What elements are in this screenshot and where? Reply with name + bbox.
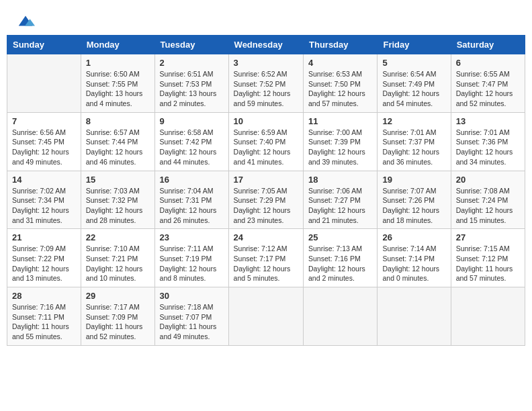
calendar-header-saturday: Saturday — [451, 36, 525, 54]
day-detail: Sunrise: 6:52 AMSunset: 7:52 PMDaylight:… — [234, 69, 298, 109]
day-number: 30 — [160, 291, 224, 301]
day-detail: Sunrise: 7:04 AMSunset: 7:31 PMDaylight:… — [160, 186, 224, 226]
day-detail: Sunrise: 7:14 AMSunset: 7:14 PMDaylight:… — [382, 244, 445, 283]
day-detail: Sunrise: 6:57 AMSunset: 7:44 PMDaylight:… — [86, 128, 150, 167]
calendar-cell: 11Sunrise: 7:00 AMSunset: 7:39 PMDayligh… — [304, 112, 378, 171]
day-number: 27 — [456, 232, 520, 242]
day-detail: Sunrise: 7:11 AMSunset: 7:19 PMDaylight:… — [160, 244, 224, 283]
day-number: 15 — [86, 175, 150, 185]
day-number: 22 — [86, 232, 150, 242]
day-detail: Sunrise: 7:01 AMSunset: 7:36 PMDaylight:… — [456, 128, 520, 167]
calendar-cell: 14Sunrise: 7:02 AMSunset: 7:34 PMDayligh… — [7, 171, 81, 229]
calendar-cell: 13Sunrise: 7:01 AMSunset: 7:36 PMDayligh… — [451, 112, 525, 171]
calendar-week-row: 14Sunrise: 7:02 AMSunset: 7:34 PMDayligh… — [7, 171, 525, 229]
day-detail: Sunrise: 7:02 AMSunset: 7:34 PMDaylight:… — [12, 186, 76, 226]
day-detail: Sunrise: 7:13 AMSunset: 7:16 PMDaylight:… — [308, 244, 372, 283]
calendar-cell — [228, 287, 303, 346]
calendar-cell: 3Sunrise: 6:52 AMSunset: 7:52 PMDaylight… — [228, 54, 303, 113]
day-number: 16 — [160, 175, 224, 185]
day-number: 20 — [456, 175, 520, 185]
day-detail: Sunrise: 6:50 AMSunset: 7:55 PMDaylight:… — [86, 69, 150, 109]
day-number: 13 — [456, 116, 520, 126]
calendar-cell — [304, 287, 378, 346]
day-detail: Sunrise: 7:17 AMSunset: 7:09 PMDaylight:… — [86, 302, 150, 342]
day-detail: Sunrise: 7:07 AMSunset: 7:26 PMDaylight:… — [382, 186, 445, 226]
day-number: 12 — [382, 116, 445, 126]
calendar-cell: 6Sunrise: 6:55 AMSunset: 7:47 PMDaylight… — [451, 54, 525, 113]
day-number: 28 — [12, 291, 76, 301]
day-number: 1 — [86, 58, 150, 68]
calendar-cell: 4Sunrise: 6:53 AMSunset: 7:50 PMDaylight… — [304, 54, 378, 113]
calendar-cell: 12Sunrise: 7:01 AMSunset: 7:37 PMDayligh… — [378, 112, 451, 171]
day-number: 19 — [382, 175, 445, 185]
calendar-cell — [378, 287, 451, 346]
day-number: 2 — [160, 58, 224, 68]
calendar-cell: 2Sunrise: 6:51 AMSunset: 7:53 PMDaylight… — [154, 54, 228, 113]
calendar-body: 1Sunrise: 6:50 AMSunset: 7:55 PMDaylight… — [7, 54, 525, 346]
calendar-cell: 29Sunrise: 7:17 AMSunset: 7:09 PMDayligh… — [81, 287, 154, 346]
day-number: 23 — [160, 232, 224, 242]
day-number: 25 — [308, 232, 372, 242]
day-number: 17 — [234, 175, 298, 185]
calendar-cell: 21Sunrise: 7:09 AMSunset: 7:22 PMDayligh… — [7, 229, 81, 287]
day-number: 26 — [382, 232, 445, 242]
calendar-cell: 24Sunrise: 7:12 AMSunset: 7:17 PMDayligh… — [228, 229, 303, 287]
calendar-cell: 28Sunrise: 7:16 AMSunset: 7:11 PMDayligh… — [7, 287, 81, 346]
calendar-header-monday: Monday — [81, 36, 154, 54]
day-detail: Sunrise: 7:01 AMSunset: 7:37 PMDaylight:… — [382, 128, 445, 167]
day-detail: Sunrise: 7:10 AMSunset: 7:21 PMDaylight:… — [86, 244, 150, 283]
day-detail: Sunrise: 7:06 AMSunset: 7:27 PMDaylight:… — [308, 186, 372, 226]
day-number: 9 — [160, 116, 224, 126]
day-detail: Sunrise: 7:18 AMSunset: 7:07 PMDaylight:… — [160, 302, 224, 342]
day-number: 8 — [86, 116, 150, 126]
calendar-cell: 18Sunrise: 7:06 AMSunset: 7:27 PMDayligh… — [304, 171, 378, 229]
day-number: 18 — [308, 175, 372, 185]
calendar-cell: 15Sunrise: 7:03 AMSunset: 7:32 PMDayligh… — [81, 171, 154, 229]
calendar-cell: 10Sunrise: 6:59 AMSunset: 7:40 PMDayligh… — [228, 112, 303, 171]
calendar-cell: 9Sunrise: 6:58 AMSunset: 7:42 PMDaylight… — [154, 112, 228, 171]
day-detail: Sunrise: 7:08 AMSunset: 7:24 PMDaylight:… — [456, 186, 520, 226]
calendar-cell: 30Sunrise: 7:18 AMSunset: 7:07 PMDayligh… — [154, 287, 228, 346]
calendar-cell — [7, 54, 81, 113]
day-number: 7 — [12, 116, 76, 126]
day-detail: Sunrise: 6:56 AMSunset: 7:45 PMDaylight:… — [12, 128, 76, 167]
calendar-header-tuesday: Tuesday — [154, 36, 228, 54]
day-detail: Sunrise: 6:58 AMSunset: 7:42 PMDaylight:… — [160, 128, 224, 167]
calendar-cell: 23Sunrise: 7:11 AMSunset: 7:19 PMDayligh… — [154, 229, 228, 287]
day-detail: Sunrise: 6:53 AMSunset: 7:50 PMDaylight:… — [308, 69, 372, 109]
calendar-cell: 22Sunrise: 7:10 AMSunset: 7:21 PMDayligh… — [81, 229, 154, 287]
calendar-week-row: 28Sunrise: 7:16 AMSunset: 7:11 PMDayligh… — [7, 287, 525, 346]
day-detail: Sunrise: 6:55 AMSunset: 7:47 PMDaylight:… — [456, 69, 520, 109]
day-detail: Sunrise: 7:15 AMSunset: 7:12 PMDaylight:… — [456, 244, 520, 283]
calendar-header-wednesday: Wednesday — [228, 36, 303, 54]
logo — [13, 11, 35, 30]
logo-icon — [16, 11, 35, 30]
calendar-header-friday: Friday — [378, 36, 451, 54]
calendar-cell — [451, 287, 525, 346]
day-detail: Sunrise: 6:54 AMSunset: 7:49 PMDaylight:… — [382, 69, 445, 109]
day-number: 11 — [308, 116, 372, 126]
day-number: 6 — [456, 58, 520, 68]
calendar-cell: 8Sunrise: 6:57 AMSunset: 7:44 PMDaylight… — [81, 112, 154, 171]
day-detail: Sunrise: 6:51 AMSunset: 7:53 PMDaylight:… — [160, 69, 224, 109]
calendar-header-sunday: Sunday — [7, 36, 81, 54]
calendar-week-row: 21Sunrise: 7:09 AMSunset: 7:22 PMDayligh… — [7, 229, 525, 287]
calendar-header-thursday: Thursday — [304, 36, 378, 54]
day-number: 24 — [234, 232, 298, 242]
calendar-cell: 17Sunrise: 7:05 AMSunset: 7:29 PMDayligh… — [228, 171, 303, 229]
calendar-cell: 26Sunrise: 7:14 AMSunset: 7:14 PMDayligh… — [378, 229, 451, 287]
day-detail: Sunrise: 7:05 AMSunset: 7:29 PMDaylight:… — [234, 186, 298, 226]
calendar-week-row: 1Sunrise: 6:50 AMSunset: 7:55 PMDaylight… — [7, 54, 525, 113]
calendar-cell: 25Sunrise: 7:13 AMSunset: 7:16 PMDayligh… — [304, 229, 378, 287]
calendar-cell: 1Sunrise: 6:50 AMSunset: 7:55 PMDaylight… — [81, 54, 154, 113]
day-detail: Sunrise: 7:03 AMSunset: 7:32 PMDaylight:… — [86, 186, 150, 226]
page-header — [7, 7, 525, 30]
day-detail: Sunrise: 7:12 AMSunset: 7:17 PMDaylight:… — [234, 244, 298, 283]
calendar-cell: 16Sunrise: 7:04 AMSunset: 7:31 PMDayligh… — [154, 171, 228, 229]
calendar-cell: 7Sunrise: 6:56 AMSunset: 7:45 PMDaylight… — [7, 112, 81, 171]
day-number: 5 — [382, 58, 445, 68]
calendar-cell: 19Sunrise: 7:07 AMSunset: 7:26 PMDayligh… — [378, 171, 451, 229]
day-detail: Sunrise: 6:59 AMSunset: 7:40 PMDaylight:… — [234, 128, 298, 167]
day-detail: Sunrise: 7:16 AMSunset: 7:11 PMDaylight:… — [12, 302, 76, 342]
day-number: 3 — [234, 58, 298, 68]
